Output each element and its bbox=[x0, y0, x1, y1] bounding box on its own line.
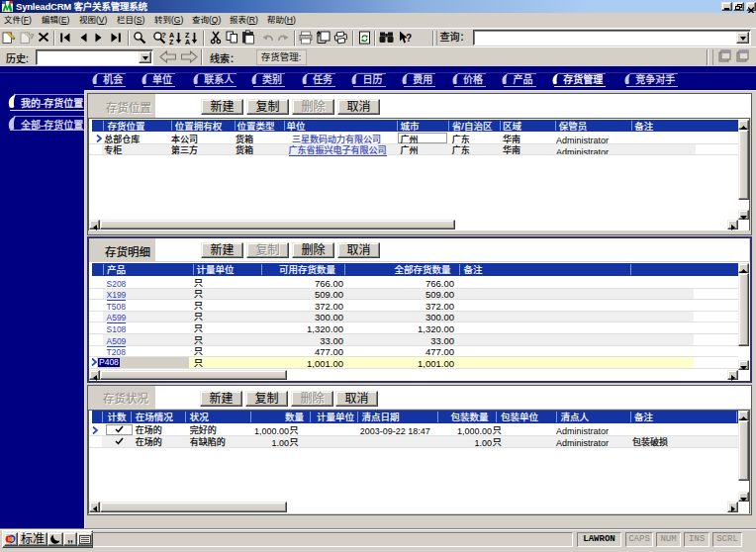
svg-text:A: A bbox=[185, 39, 190, 46]
svg-text:Z: Z bbox=[169, 39, 174, 46]
svg-text:A: A bbox=[169, 32, 174, 39]
svg-text:?: ? bbox=[30, 32, 35, 41]
svg-text:Z: Z bbox=[185, 32, 190, 39]
svg-text:?: ? bbox=[161, 31, 166, 40]
svg-text:?: ? bbox=[406, 33, 412, 44]
